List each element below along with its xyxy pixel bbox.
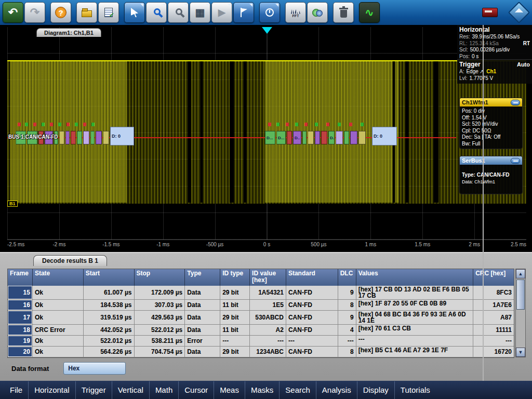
decode-frame-box[interactable] <box>295 123 298 126</box>
menu-item-search[interactable]: Search <box>279 381 316 399</box>
column-header[interactable]: ID type <box>220 269 250 286</box>
decode-frame-box[interactable] <box>350 131 357 144</box>
menu-item-file[interactable]: File <box>4 381 28 399</box>
decode-frame-box[interactable] <box>349 123 352 126</box>
decode-frame-box[interactable] <box>286 123 289 126</box>
column-header[interactable]: CRC [hex] <box>473 269 514 286</box>
cell-frame[interactable]: 15 <box>8 286 33 299</box>
decode-frame-box[interactable] <box>66 123 70 126</box>
decode-frame-box[interactable] <box>50 123 53 126</box>
cell-frame[interactable]: 16 <box>8 300 33 310</box>
minimize-button[interactable] <box>511 158 520 164</box>
decode-frame-box[interactable]: D... <box>265 131 275 144</box>
decode-frame-box[interactable] <box>90 131 95 144</box>
menu-item-math[interactable]: Math <box>149 381 178 399</box>
fft-button[interactable]: FFT <box>285 2 306 23</box>
serbus-panel[interactable]: SerBus1 Type: CAN/CAN-FD Data: Ch1Wfm1 <box>459 156 523 194</box>
scroll-down-button[interactable]: ▼ <box>516 348 525 357</box>
decode-frame-box[interactable] <box>315 123 318 126</box>
table-row[interactable]: 15Ok61.007 µs172.009 µsData29 bit1A54321… <box>8 286 514 300</box>
scrollbar-thumb[interactable] <box>516 280 525 310</box>
decode-frame-box[interactable] <box>302 131 307 144</box>
decode-results-tab[interactable]: Decode results B 1 <box>33 255 107 266</box>
ch1-waveform-panel[interactable]: Ch1Wfm1 Pos: 0 div Off: 1.54 V Scl: 520 … <box>459 98 523 149</box>
menu-item-vertical[interactable]: Vertical <box>112 381 149 399</box>
menu-item-cursor[interactable]: Cursor <box>178 381 214 399</box>
table-scrollbar[interactable]: ▲ ▼ <box>515 269 526 357</box>
menu-item-display[interactable]: Display <box>357 381 394 399</box>
decode-frame-box[interactable]: D.. <box>293 131 301 144</box>
data-format-dropdown[interactable]: Hex <box>63 362 126 375</box>
decode-frame-box[interactable] <box>65 131 70 144</box>
decode-frame-box[interactable] <box>361 123 364 126</box>
trigger-panel[interactable]: TriggerAuto A:Edge↗Ch1 Lvl:1.77075 V <box>457 59 532 84</box>
menu-item-trigger[interactable]: Trigger <box>75 381 112 399</box>
cell-frame[interactable]: 20 <box>8 347 33 357</box>
zoom-alt-button[interactable] <box>168 2 189 23</box>
timer-button[interactable] <box>259 2 280 23</box>
menu-item-horizontal[interactable]: Horizontal <box>28 381 75 399</box>
decode-frame-box[interactable] <box>321 131 327 144</box>
decode-frame-box[interactable] <box>326 123 329 126</box>
redo-button[interactable]: ↷ <box>24 2 45 23</box>
decode-frame-box[interactable] <box>75 123 78 126</box>
decode-frame-box[interactable] <box>91 123 95 126</box>
decode-frame-box[interactable] <box>276 123 280 126</box>
menu-item-masks[interactable]: Masks <box>245 381 279 399</box>
b1-marker[interactable]: B1 <box>7 201 18 207</box>
menu-item-analysis[interactable]: Analysis <box>316 381 357 399</box>
column-header[interactable]: Start <box>84 269 135 286</box>
undo-button[interactable]: ↶ <box>3 2 23 23</box>
scroll-up-button[interactable]: ▲ <box>516 269 525 278</box>
decode-frame-box[interactable] <box>77 131 82 144</box>
decode-frame-box[interactable] <box>308 131 314 144</box>
column-header[interactable]: Type <box>185 269 220 286</box>
cell-frame[interactable]: 18 <box>8 325 33 335</box>
masks-button[interactable] <box>307 2 328 23</box>
horizontal-panel[interactable]: Horizontal Res:39.9 ns/25.06 MSa/s RL:12… <box>457 25 532 59</box>
column-header[interactable]: Frame <box>8 269 33 286</box>
decode-frame-box[interactable] <box>315 131 320 144</box>
trigger-position-marker[interactable] <box>262 27 272 34</box>
grid-button[interactable]: ▦ <box>190 2 210 23</box>
zoom-button[interactable] <box>146 2 167 23</box>
cell-frame[interactable]: 17 <box>8 311 33 324</box>
table-row[interactable]: 18CRC Error442.052 µs522.012 µsData11 bi… <box>8 325 514 336</box>
decode-frame-box[interactable] <box>287 131 292 144</box>
decode-frame-box[interactable]: D: 0 <box>110 127 134 145</box>
open-button[interactable] <box>76 2 97 23</box>
decode-frame-box[interactable] <box>42 123 45 126</box>
decode-frame-box[interactable] <box>18 123 21 126</box>
decode-frame-box[interactable] <box>336 131 343 144</box>
decode-frame-box[interactable] <box>338 123 341 126</box>
menu-item-tutorials[interactable]: Tutorials <box>394 381 436 399</box>
select-button[interactable] <box>124 2 145 23</box>
table-row[interactable]: 20Ok564.226 µs704.754 µsData29 bit1234AB… <box>8 347 514 357</box>
generator-button[interactable]: ∿ <box>359 2 380 23</box>
column-header[interactable]: Stop <box>135 269 185 286</box>
decode-frame-box[interactable] <box>96 131 102 144</box>
waveform-grid[interactable]: D...D...D..D: 0D...D...D..D..D: 0 BUS 1:… <box>7 27 526 240</box>
decode-frame-box[interactable]: D: 0 <box>372 127 397 145</box>
flag-button[interactable] <box>233 2 254 23</box>
report-button[interactable] <box>98 2 119 23</box>
play-button[interactable]: ▶ <box>211 2 232 23</box>
help-button[interactable]: ? <box>50 2 71 23</box>
cell-frame[interactable]: 19 <box>8 336 33 346</box>
decode-frame-box[interactable] <box>83 123 86 126</box>
decode-frame-box[interactable] <box>59 131 64 144</box>
decode-frame-box[interactable] <box>103 131 109 144</box>
column-header[interactable]: State <box>33 269 84 286</box>
decode-frame-box[interactable] <box>71 131 76 144</box>
decode-frame-box[interactable] <box>33 123 36 126</box>
column-header[interactable]: DLC <box>338 269 356 286</box>
decode-frame-box[interactable] <box>304 123 308 126</box>
column-header[interactable]: Values <box>356 269 474 286</box>
decode-frame-box[interactable]: D.. <box>328 131 335 144</box>
delete-button[interactable] <box>333 2 354 23</box>
table-row[interactable]: 19Ok522.012 µs538.211 µsError-----------… <box>8 336 514 347</box>
window-splitter[interactable] <box>483 25 484 381</box>
decode-frame-box[interactable] <box>268 123 271 126</box>
column-header[interactable]: ID value [hex] <box>250 269 286 286</box>
minimize-button[interactable] <box>511 100 520 105</box>
